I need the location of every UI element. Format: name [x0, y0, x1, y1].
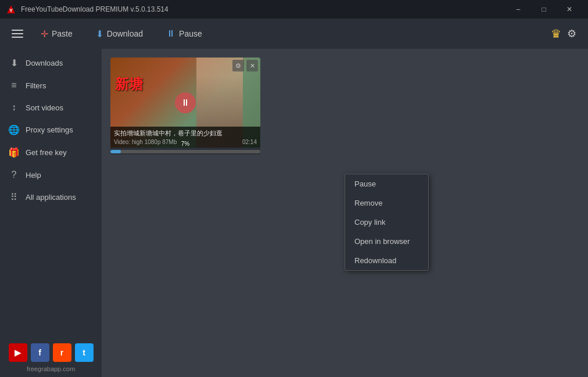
- sidebar-item-help[interactable]: ? Help: [0, 164, 102, 186]
- video-title: 实拍增城新塘城中村，巷子里的少妇逛: [114, 129, 257, 138]
- proxy-icon: 🌐: [8, 124, 20, 135]
- video-overlay-text: 新塘: [115, 75, 143, 94]
- toolbar: ✛ Paste ⬇ Download ⏸ Pause ♛ ⚙: [0, 19, 588, 49]
- progress-bar-background: [110, 150, 260, 153]
- content-area: 新塘 ⚙ ✕ 实拍增城新塘城中村，巷子里的少妇逛 Video: high 108…: [102, 49, 588, 377]
- paste-button[interactable]: ✛ Paste: [29, 19, 84, 49]
- youtube-button[interactable]: ▶: [9, 343, 27, 362]
- facebook-button[interactable]: f: [31, 343, 49, 362]
- titlebar: Y FreeYouTubeDownload PREMIUM v.5.0.13.5…: [0, 0, 588, 19]
- sidebar-footer: ▶ f r t freegrabapp.com: [0, 337, 102, 377]
- settings-icon[interactable]: ⚙: [567, 27, 576, 40]
- paste-label: Paste: [52, 29, 73, 38]
- hamburger-icon: [12, 30, 23, 38]
- menu-button[interactable]: [6, 19, 29, 49]
- sidebar: ⬇ Downloads ≡ Filters ↕ Sort videos 🌐 Pr…: [0, 49, 102, 377]
- pause-icon: ⏸: [166, 28, 175, 39]
- premium-icon[interactable]: ♛: [551, 27, 561, 41]
- progress-container: 7%: [110, 148, 260, 155]
- main-layout: ⬇ Downloads ≡ Filters ↕ Sort videos 🌐 Pr…: [0, 49, 588, 377]
- paste-icon: ✛: [41, 28, 48, 40]
- app-logo: Y: [6, 4, 16, 15]
- downloads-icon: ⬇: [8, 58, 20, 69]
- progress-percentage: 7%: [181, 141, 189, 147]
- titlebar-controls: – □ ✕: [505, 0, 582, 19]
- context-menu-item-remove[interactable]: Remove: [345, 193, 428, 213]
- video-duration: 02:14: [242, 139, 257, 145]
- sidebar-item-filters[interactable]: ≡ Filters: [0, 74, 102, 96]
- video-card: 新塘 ⚙ ✕ 实拍增城新塘城中村，巷子里的少妇逛 Video: high 108…: [110, 58, 260, 155]
- video-quality: Video: high 1080p 87Mb: [114, 139, 177, 145]
- footer-url: freegrabapp.com: [27, 365, 75, 372]
- social-icons: ▶ f r t: [9, 343, 94, 362]
- help-icon: ?: [8, 170, 20, 180]
- twitter-button[interactable]: t: [75, 343, 94, 362]
- video-close-button[interactable]: ✕: [246, 60, 258, 71]
- download-button[interactable]: ⬇ Download: [84, 19, 155, 49]
- context-menu: Pause Remove Copy link Open in browser R…: [345, 174, 429, 271]
- titlebar-title: FreeYouTubeDownload PREMIUM v.5.0.13.514: [21, 5, 505, 13]
- key-icon: 🎁: [8, 147, 20, 158]
- download-icon: ⬇: [96, 28, 103, 40]
- sidebar-label-downloads: Downloads: [26, 59, 63, 67]
- video-settings-button[interactable]: ⚙: [232, 60, 244, 71]
- filters-icon: ≡: [8, 80, 20, 91]
- toolbar-right: ♛ ⚙: [551, 27, 582, 41]
- sidebar-label-help: Help: [26, 171, 41, 179]
- sidebar-label-apps: All applications: [26, 193, 76, 202]
- maximize-button[interactable]: □: [531, 0, 557, 19]
- sort-icon: ↕: [8, 102, 20, 113]
- context-menu-item-copy-link[interactable]: Copy link: [345, 213, 428, 232]
- pause-label: Pause: [179, 29, 202, 38]
- svg-text:Y: Y: [9, 8, 13, 13]
- sidebar-label-key: Get free key: [26, 148, 67, 157]
- apps-icon: ⠿: [8, 192, 20, 203]
- context-menu-item-redownload[interactable]: Redownload: [345, 251, 428, 270]
- pause-button[interactable]: ⏸ Pause: [155, 19, 214, 49]
- video-play-pause-button[interactable]: [175, 92, 196, 113]
- context-menu-item-open-in-browser[interactable]: Open in browser: [345, 232, 428, 251]
- sidebar-label-sort: Sort videos: [26, 103, 63, 112]
- progress-bar-fill: [110, 150, 121, 153]
- sidebar-item-downloads[interactable]: ⬇ Downloads: [0, 52, 102, 74]
- sidebar-label-proxy: Proxy settings: [26, 125, 73, 134]
- close-button[interactable]: ✕: [557, 0, 582, 19]
- sidebar-spacer: [0, 209, 102, 337]
- reddit-button[interactable]: r: [53, 343, 71, 362]
- sidebar-item-sort-videos[interactable]: ↕ Sort videos: [0, 96, 102, 119]
- download-label: Download: [107, 29, 143, 38]
- sidebar-item-all-applications[interactable]: ⠿ All applications: [0, 186, 102, 209]
- minimize-button[interactable]: –: [505, 0, 531, 19]
- sidebar-item-get-free-key[interactable]: 🎁 Get free key: [0, 141, 102, 164]
- sidebar-label-filters: Filters: [26, 81, 46, 90]
- sidebar-item-proxy-settings[interactable]: 🌐 Proxy settings: [0, 119, 102, 141]
- video-thumbnail: 新塘 ⚙ ✕ 实拍增城新塘城中村，巷子里的少妇逛 Video: high 108…: [110, 58, 260, 148]
- context-menu-item-pause[interactable]: Pause: [345, 174, 428, 193]
